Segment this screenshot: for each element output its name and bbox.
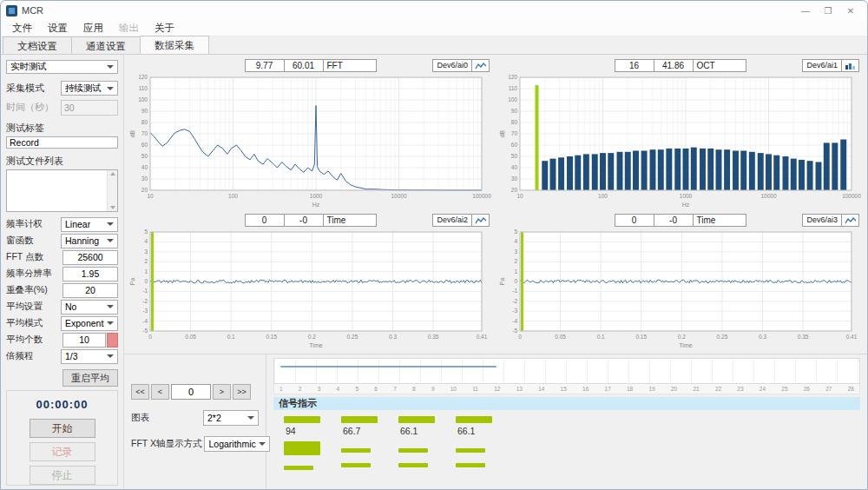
- chart-oct-cursor-value-2: 41.86: [654, 59, 694, 72]
- chart-time-ai3-cursor-value-1: 0: [615, 214, 654, 227]
- duration-label: 时间（秒）: [6, 101, 54, 114]
- timeline-overview[interactable]: [273, 358, 860, 384]
- svg-text:0: 0: [518, 334, 522, 340]
- chart-layout-value: 2*2: [207, 413, 221, 423]
- maximize-icon[interactable]: ❐: [817, 6, 839, 16]
- menu-item-output[interactable]: 输出: [111, 20, 147, 36]
- acq-mode-select[interactable]: 持续测试: [61, 81, 118, 96]
- chart-oct-title: OCT: [693, 59, 746, 72]
- svg-text:0.2: 0.2: [678, 334, 686, 340]
- svg-text:0.1: 0.1: [227, 334, 235, 340]
- fft-axis-select[interactable]: Logarithmic: [204, 436, 269, 452]
- svg-text:90: 90: [511, 108, 518, 114]
- minimize-icon[interactable]: —: [794, 6, 817, 16]
- svg-text:60: 60: [511, 142, 518, 148]
- menu-item-apply[interactable]: 应用: [76, 20, 111, 36]
- menu-item-settings[interactable]: 设置: [40, 20, 76, 36]
- svg-text:80: 80: [141, 119, 148, 125]
- chart-time-ai2-title: Time: [323, 214, 377, 227]
- chart-fft-device-badge[interactable]: Dev6/ai0: [432, 59, 490, 72]
- setting-select-avg-mode[interactable]: Exponential: [61, 316, 118, 331]
- chart-time-ai2-plot[interactable]: 543210-1-2-3-4-500.050.10.150.20.250.30.…: [128, 228, 492, 350]
- ruler-tick: 14: [538, 386, 544, 392]
- chart-layout-select[interactable]: 2*2: [203, 410, 259, 426]
- test-mode-select[interactable]: 实时测试: [6, 60, 118, 74]
- tab-data-acquisition[interactable]: 数据采集: [140, 36, 209, 54]
- channel-low-meter: [398, 463, 428, 467]
- page-nav: << < 0 > >>: [131, 384, 259, 400]
- chart-time-ai3-header: 0-0TimeDev6/ai3: [497, 213, 862, 228]
- svg-text:0.05: 0.05: [555, 334, 566, 340]
- timeline-waveform-line: [280, 366, 496, 368]
- prev-page-button[interactable]: <: [151, 384, 169, 400]
- setting-value-overlap[interactable]: 20: [62, 283, 118, 298]
- svg-text:0.35: 0.35: [428, 334, 439, 340]
- chart-time-ai3-plot[interactable]: 543210-1-2-3-4-500.050.10.150.20.250.30.…: [497, 228, 862, 350]
- setting-value-fft-points[interactable]: 25600: [62, 250, 118, 265]
- svg-text:0.25: 0.25: [717, 334, 728, 340]
- menu-item-file[interactable]: 文件: [4, 20, 40, 36]
- svg-text:5: 5: [144, 228, 148, 235]
- test-label-input[interactable]: [6, 136, 118, 149]
- fft-axis-row: FFT X轴显示方式 Logarithmic: [131, 436, 259, 452]
- channel-value: 66.7: [343, 426, 398, 436]
- restart-average-button[interactable]: 重启平均: [62, 369, 118, 387]
- settings-table: 频率计权Linear窗函数HanningFFT 点数25600频率分辨率1.95…: [6, 216, 118, 365]
- chart-time-ai2-header: 0-0TimeDev6/ai2: [128, 213, 492, 228]
- setting-value-avg-count[interactable]: 10: [62, 333, 106, 348]
- first-page-button[interactable]: <<: [131, 384, 149, 400]
- ruler-tick: 22: [715, 386, 721, 392]
- svg-text:dB: dB: [499, 129, 505, 137]
- setting-control-freq-weighting: Linear: [61, 217, 118, 232]
- svg-text:3: 3: [144, 248, 148, 255]
- setting-select-freq-weighting[interactable]: Linear: [61, 217, 118, 232]
- line-chart-icon[interactable]: [472, 59, 490, 72]
- svg-text:90: 90: [141, 108, 148, 114]
- app-icon: [6, 5, 17, 17]
- svg-text:10000: 10000: [391, 193, 406, 199]
- setting-value-freq-resolution[interactable]: 1.95: [62, 267, 118, 281]
- svg-text:0.15: 0.15: [635, 334, 647, 340]
- svg-text:100000: 100000: [472, 193, 491, 199]
- close-icon[interactable]: ✕: [839, 6, 862, 16]
- svg-text:120: 120: [138, 74, 148, 80]
- ruler-tick: 10: [450, 386, 457, 392]
- acq-mode-value: 持续测试: [65, 83, 102, 95]
- chart-time-ai2-device-badge[interactable]: Dev6/ai2: [432, 214, 490, 227]
- svg-text:dB: dB: [129, 129, 135, 137]
- scroll-down-icon[interactable]: [110, 206, 115, 209]
- chart-fft-header: 9.7760.01FFTDev6/ai0: [128, 58, 492, 73]
- scrollbar[interactable]: [107, 170, 117, 211]
- tab-doc-settings[interactable]: 文档设置: [3, 36, 72, 54]
- chart-time-ai3-device-badge[interactable]: Dev6/ai3: [802, 214, 859, 227]
- line-chart-icon[interactable]: [472, 214, 490, 227]
- chart-fft-plot[interactable]: 1201101009080706050403020101001000100001…: [128, 73, 492, 209]
- next-page-button[interactable]: >: [213, 384, 231, 400]
- svg-text:Time: Time: [309, 342, 322, 348]
- tab-channel-settings[interactable]: 通道设置: [71, 36, 141, 54]
- ruler-tick: 21: [693, 386, 699, 392]
- menu-item-about[interactable]: 关于: [147, 20, 182, 36]
- setting-select-window-function[interactable]: Hanning: [61, 234, 118, 248]
- svg-text:70: 70: [511, 130, 518, 136]
- test-mode-value: 实时测试: [10, 61, 47, 73]
- bar-chart-icon[interactable]: [842, 59, 859, 72]
- start-button[interactable]: 开始: [30, 419, 95, 438]
- chart-oct-plot[interactable]: 1201101009080706050403020101001000100001…: [497, 73, 862, 209]
- setting-select-octave[interactable]: 1/3: [61, 349, 118, 364]
- svg-text:0.05: 0.05: [185, 334, 196, 340]
- setting-select-avg-setting[interactable]: No: [61, 300, 118, 315]
- last-page-button[interactable]: >>: [233, 384, 251, 400]
- timeline-ruler[interactable]: 1234567891011121314151617181920212223242…: [273, 384, 860, 394]
- sidebar: 实时测试 采集模式 持续测试 时间（秒） 测试标签 测试文件列表: [1, 55, 124, 489]
- chevron-down-icon: [247, 416, 254, 420]
- channel-mid-meter: [341, 448, 371, 453]
- scroll-up-icon[interactable]: [110, 172, 115, 175]
- svg-text:0.3: 0.3: [759, 334, 766, 340]
- chart-oct-device-badge[interactable]: Dev6/ai1: [802, 59, 859, 72]
- test-file-list[interactable]: [6, 169, 118, 212]
- acq-mode-label: 采集模式: [6, 82, 44, 95]
- svg-text:10: 10: [147, 193, 154, 199]
- line-chart-icon[interactable]: [842, 214, 859, 227]
- ruler-tick: 18: [627, 386, 633, 392]
